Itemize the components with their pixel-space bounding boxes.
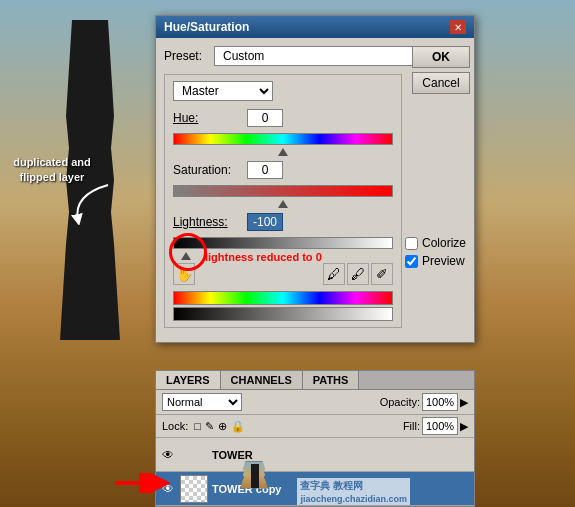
- ok-button[interactable]: OK: [412, 46, 470, 68]
- lightness-section: Lightness: lightness reduced to 0: [173, 213, 393, 257]
- preset-select[interactable]: Custom: [214, 46, 442, 66]
- fill-label: Fill:: [403, 420, 420, 432]
- preview-checkbox[interactable]: [405, 255, 418, 268]
- curved-arrow: [68, 175, 118, 225]
- layer-thumb-tower: [240, 461, 268, 489]
- gray-color-bar: [173, 307, 393, 321]
- fill-arrow[interactable]: ▶: [460, 420, 468, 433]
- saturation-section: Saturation:: [173, 161, 393, 205]
- layer-eye-tower[interactable]: 👁: [160, 447, 176, 463]
- dialog-title-text: Hue/Saturation: [164, 20, 249, 34]
- opacity-label: Opacity:: [380, 396, 420, 408]
- layer-thumb-tower-copy: [180, 475, 208, 503]
- lock-icon-2[interactable]: ✎: [205, 420, 214, 433]
- layer-item-tower[interactable]: 👁 TOWER: [156, 438, 474, 472]
- watermark: 查字典 教程网 jiaocheng.chazidian.com: [297, 478, 410, 505]
- opacity-row: Opacity: ▶: [380, 393, 468, 411]
- saturation-value[interactable]: [247, 161, 283, 179]
- lightness-row: Lightness:: [173, 213, 393, 231]
- cancel-button[interactable]: Cancel: [412, 72, 470, 94]
- saturation-row: Saturation:: [173, 161, 393, 179]
- lightness-value[interactable]: [247, 213, 283, 231]
- lightness-track: [173, 237, 393, 249]
- lock-icon-1[interactable]: □: [194, 420, 201, 432]
- lightness-label: Lightness:: [173, 215, 243, 229]
- saturation-label: Saturation:: [173, 163, 243, 177]
- color-bars: [173, 291, 393, 305]
- color-bars-2: [173, 307, 393, 321]
- preview-row: Preview: [405, 254, 466, 268]
- blend-opacity-row: Normal Opacity: ▶: [156, 390, 474, 415]
- options-checkboxes: Colorize Preview: [405, 236, 466, 268]
- rainbow-color-bar: [173, 291, 393, 305]
- hue-label: Hue:: [173, 111, 243, 125]
- tab-channels[interactable]: CHANNELS: [221, 371, 303, 389]
- preset-label: Preset:: [164, 49, 214, 63]
- colorize-label: Colorize: [422, 236, 466, 250]
- opacity-value[interactable]: [422, 393, 458, 411]
- lightness-thumb[interactable]: [181, 252, 191, 260]
- layer-name-tower: TOWER: [212, 449, 470, 461]
- lock-label: Lock:: [162, 420, 188, 432]
- lock-icon-3[interactable]: ⊕: [218, 420, 227, 433]
- lock-icon-4[interactable]: 🔒: [231, 420, 245, 433]
- blend-mode-select[interactable]: Normal: [162, 393, 242, 411]
- hue-saturation-dialog: Hue/Saturation ✕ OK Cancel Preset: Custo…: [155, 15, 475, 343]
- hand-tool[interactable]: ✋: [173, 263, 195, 285]
- fill-value[interactable]: [422, 417, 458, 435]
- saturation-thumb[interactable]: [278, 200, 288, 208]
- tools-row: ✋ 🖊 🖋 ✐: [173, 263, 393, 285]
- hue-track: [173, 133, 393, 145]
- dialog-close-button[interactable]: ✕: [450, 20, 466, 34]
- hue-slider-container: [173, 133, 393, 153]
- preview-label: Preview: [422, 254, 465, 268]
- lock-fill-row: Lock: □ ✎ ⊕ 🔒 Fill: ▶: [156, 415, 474, 438]
- hue-thumb[interactable]: [278, 148, 288, 156]
- hue-value[interactable]: [247, 109, 283, 127]
- layers-tabs: LAYERS CHANNELS PATHS: [156, 371, 474, 390]
- lightness-annotation-text: lightness reduced to 0: [205, 251, 322, 263]
- tab-paths[interactable]: PATHS: [303, 371, 360, 389]
- eyedropper-tool-1[interactable]: 🖊: [323, 263, 345, 285]
- red-arrow-annotation: [115, 473, 170, 493]
- dialog-titlebar: Hue/Saturation ✕: [156, 16, 474, 38]
- colorize-row: Colorize: [405, 236, 466, 250]
- fill-row: Fill: ▶: [403, 417, 468, 435]
- channel-row: Master: [173, 81, 393, 101]
- colorize-checkbox[interactable]: [405, 237, 418, 250]
- adjustments-group: Master Hue: Saturation:: [164, 74, 402, 328]
- saturation-track: [173, 185, 393, 197]
- hue-row: Hue:: [173, 109, 393, 127]
- channel-select[interactable]: Master: [173, 81, 273, 101]
- eyedropper-tool-2[interactable]: 🖋: [347, 263, 369, 285]
- saturation-slider-container: [173, 185, 393, 205]
- hue-section: Hue:: [173, 109, 393, 153]
- tab-layers[interactable]: LAYERS: [156, 371, 221, 389]
- eyedropper-tools: 🖊 🖋 ✐: [323, 263, 393, 285]
- eyedropper-tool-3[interactable]: ✐: [371, 263, 393, 285]
- opacity-arrow[interactable]: ▶: [460, 396, 468, 409]
